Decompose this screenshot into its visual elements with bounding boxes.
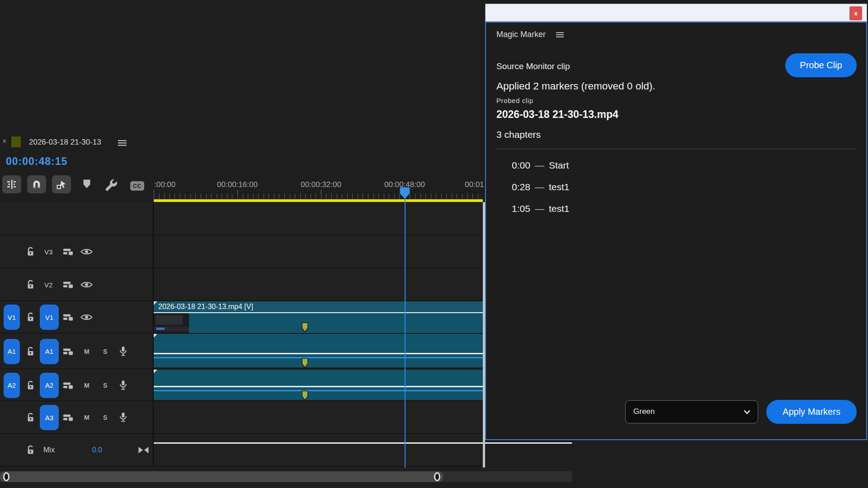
- clip-marker-icon[interactable]: [302, 390, 308, 401]
- chapter-time: 1:05: [512, 203, 530, 214]
- voiceover-mic-icon[interactable]: [119, 413, 127, 423]
- track-target-v3[interactable]: V3: [44, 248, 52, 256]
- track-output-eye-icon[interactable]: [80, 248, 93, 256]
- scrollbar-zoom-handle-left[interactable]: [3, 472, 9, 481]
- track-output-eye-icon[interactable]: [80, 314, 93, 321]
- magnet-icon: [32, 180, 42, 189]
- track-target-v1[interactable]: V1: [40, 305, 59, 330]
- source-patch-a1[interactable]: A1: [4, 339, 20, 364]
- timeline-settings-button[interactable]: [104, 178, 118, 192]
- applied-markers-status: Applied 2 markers (removed 0 old).: [496, 80, 655, 92]
- track-lock-icon[interactable]: [26, 347, 35, 357]
- snap-button[interactable]: [27, 175, 46, 193]
- window-close-button[interactable]: x: [849, 6, 862, 20]
- clip-corner-fold: [154, 301, 157, 305]
- panel-menu-icon[interactable]: [556, 32, 564, 38]
- ruler-label-0: :00:00: [154, 180, 175, 189]
- clip-thumbnail: [154, 313, 189, 333]
- ruler-minor-ticks[interactable]: [154, 194, 483, 199]
- track-row-mix: Mix 0.0: [0, 433, 485, 466]
- track-target-v2[interactable]: V2: [44, 281, 52, 289]
- audio-clip-a1[interactable]: [154, 334, 483, 367]
- probed-clip-label: Probed clip: [496, 97, 533, 104]
- sync-lock-icon[interactable]: [63, 348, 74, 355]
- sync-lock-icon[interactable]: [63, 248, 74, 255]
- chapter-name: Start: [549, 160, 569, 170]
- playhead-timecode[interactable]: 00:00:48:15: [6, 155, 67, 168]
- chapter-list-item: 0:28—test1: [512, 182, 569, 192]
- sequence-tab-close-icon[interactable]: ×: [2, 137, 6, 145]
- captions-button[interactable]: CC: [130, 181, 144, 191]
- timeline-horizontal-scrollbar-thumb[interactable]: [0, 471, 443, 482]
- scrollbar-zoom-handle-right[interactable]: [434, 472, 440, 481]
- chapter-list-item: 1:05—test1: [512, 203, 569, 214]
- audio-clip-a2[interactable]: [154, 370, 483, 400]
- chapter-count: 3 chapters: [496, 129, 541, 140]
- track-target-a1[interactable]: A1: [40, 339, 59, 364]
- solo-button[interactable]: S: [103, 414, 107, 421]
- track-lock-icon[interactable]: [26, 280, 35, 290]
- sequence-color-swatch: [11, 136, 21, 147]
- waveform-divider-line: [154, 353, 483, 354]
- apply-markers-button[interactable]: Apply Markers: [766, 400, 857, 424]
- magic-marker-panel: Magic Marker Source Monitor clip Probe C…: [485, 22, 867, 440]
- sync-lock-icon[interactable]: [63, 382, 74, 389]
- sync-lock-icon[interactable]: [63, 314, 74, 321]
- video-clip-v1[interactable]: 2026-03-18 21-30-13.mp4 [V]: [154, 301, 483, 333]
- linked-selection-icon: [57, 180, 66, 189]
- keyframe-nav-icon[interactable]: [138, 446, 149, 453]
- playhead-handle[interactable]: [400, 187, 410, 199]
- panel-title: Magic Marker: [496, 30, 546, 39]
- sync-lock-icon[interactable]: [63, 414, 74, 421]
- chapter-list-item: 0:00—Start: [512, 160, 569, 171]
- chevron-down-icon: [744, 410, 750, 414]
- ruler-label-4: 00:01: [465, 180, 485, 189]
- mute-button[interactable]: M: [84, 348, 90, 355]
- clip-marker-icon[interactable]: [302, 322, 308, 333]
- marker-icon: [83, 179, 91, 189]
- panel-divider: [496, 149, 857, 149]
- voiceover-mic-icon[interactable]: [119, 380, 127, 390]
- marker-color-select[interactable]: Green: [625, 400, 758, 423]
- volume-rubber-band[interactable]: [154, 357, 483, 358]
- solo-button[interactable]: S: [103, 348, 107, 355]
- track-row-v3: V3: [0, 235, 485, 268]
- mix-gain-value[interactable]: 0.0: [86, 446, 108, 454]
- track-lock-icon[interactable]: [26, 445, 35, 455]
- track-target-a3[interactable]: A3: [40, 405, 59, 430]
- playhead-line[interactable]: [405, 188, 406, 468]
- sequence-tab-label[interactable]: 2026-03-18 21-30-13: [29, 138, 101, 147]
- track-lock-icon[interactable]: [26, 413, 35, 422]
- mute-button[interactable]: M: [84, 382, 90, 389]
- chapter-separator: —: [535, 203, 544, 214]
- nest-icon: [7, 180, 17, 189]
- track-lock-icon[interactable]: [26, 380, 35, 390]
- track-lock-icon[interactable]: [26, 247, 35, 257]
- track-target-a2[interactable]: A2: [40, 373, 59, 398]
- clip-title-strip: 2026-03-18 21-30-13.mp4 [V]: [154, 301, 483, 313]
- voiceover-mic-icon[interactable]: [119, 346, 127, 357]
- volume-rubber-band[interactable]: [154, 390, 483, 391]
- mute-button[interactable]: M: [84, 414, 90, 421]
- source-patch-v1[interactable]: V1: [4, 305, 20, 330]
- clip-marker-icon[interactable]: [302, 358, 308, 368]
- nest-sequences-button[interactable]: [2, 175, 21, 193]
- wrench-icon: [104, 178, 118, 192]
- add-marker-button[interactable]: [83, 179, 91, 189]
- master-audio-line: [154, 442, 572, 444]
- solo-button[interactable]: S: [103, 382, 107, 389]
- track-lock-icon[interactable]: [26, 312, 35, 322]
- source-patch-a2[interactable]: A2: [4, 373, 20, 398]
- sequence-tab-menu-icon[interactable]: [118, 140, 127, 146]
- premiere-workspace: × 2026-03-18 21-30-13 00:00:48:15 CC :00…: [0, 0, 868, 488]
- track-output-eye-icon[interactable]: [80, 281, 93, 289]
- magic-marker-window: x Magic Marker Source Monitor clip Probe…: [485, 4, 867, 440]
- chapter-time: 0:00: [512, 160, 530, 170]
- sync-lock-icon[interactable]: [63, 281, 74, 288]
- chapter-separator: —: [535, 160, 544, 170]
- chapter-name: test1: [549, 203, 570, 214]
- chapter-separator: —: [535, 182, 544, 192]
- probe-clip-button[interactable]: Probe Clip: [785, 53, 857, 77]
- window-titlebar[interactable]: x: [485, 4, 867, 22]
- linked-selection-button[interactable]: [52, 175, 71, 193]
